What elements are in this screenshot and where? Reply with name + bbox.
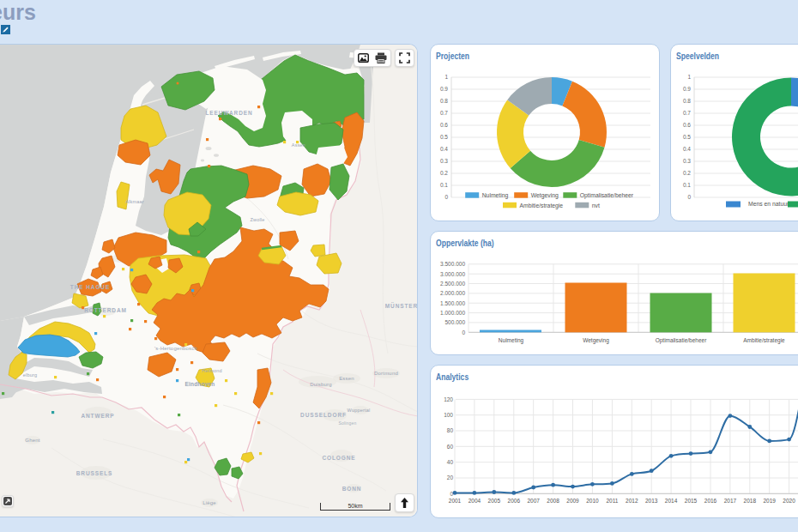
svg-text:0.6: 0.6	[683, 122, 691, 128]
svg-text:0.3: 0.3	[440, 158, 448, 164]
svg-text:2009: 2009	[566, 498, 579, 504]
svg-text:Ghent: Ghent	[25, 438, 39, 443]
svg-text:2020: 2020	[783, 498, 795, 504]
svg-text:Liège: Liège	[203, 500, 216, 505]
svg-text:Essen: Essen	[339, 376, 354, 381]
svg-text:120: 120	[444, 396, 453, 402]
svg-text:0: 0	[444, 194, 448, 200]
svg-text:60: 60	[447, 444, 454, 450]
svg-text:0.9: 0.9	[683, 86, 691, 92]
svg-text:2017: 2017	[724, 498, 737, 504]
svg-text:0.7: 0.7	[683, 110, 691, 116]
svg-text:40: 40	[447, 459, 454, 465]
svg-text:2008: 2008	[547, 498, 559, 504]
svg-text:ANTWERP: ANTWERP	[81, 413, 114, 419]
svg-text:Wuppertal: Wuppertal	[348, 408, 371, 413]
svg-text:2012: 2012	[626, 498, 638, 504]
svg-text:0.2: 0.2	[440, 170, 448, 176]
svg-text:2.000.000: 2.000.000	[440, 290, 465, 296]
svg-text:2007: 2007	[527, 498, 540, 504]
svg-text:Solingen: Solingen	[338, 420, 356, 426]
svg-text:3.000.000: 3.000.000	[440, 271, 465, 277]
svg-text:0.2: 0.2	[683, 170, 691, 176]
svg-text:3.500.000: 3.500.000	[440, 261, 465, 267]
svg-text:2006: 2006	[508, 498, 521, 504]
svg-text:LEEUWARDEN: LEEUWARDEN	[205, 110, 252, 116]
svg-text:0.8: 0.8	[440, 98, 448, 104]
svg-text:1.500.000: 1.500.000	[440, 300, 465, 306]
svg-text:2014: 2014	[665, 498, 678, 504]
svg-text:0.8: 0.8	[683, 98, 691, 104]
svg-text:nvt: nvt	[592, 203, 600, 209]
svg-text:2015: 2015	[685, 498, 698, 504]
svg-text:0.5: 0.5	[683, 134, 691, 140]
svg-text:THE HAGUE: THE HAGUE	[70, 284, 110, 290]
svg-text:0.5: 0.5	[440, 134, 448, 140]
svg-text:COLOGNE: COLOGNE	[322, 455, 355, 461]
svg-text:80: 80	[447, 427, 454, 433]
svg-text:Dortmund: Dortmund	[374, 371, 398, 376]
svg-text:Nulmeting: Nulmeting	[499, 337, 524, 344]
svg-text:100: 100	[444, 412, 453, 418]
svg-text:500.000: 500.000	[445, 319, 466, 325]
svg-text:0.3: 0.3	[683, 158, 691, 164]
svg-text:2011: 2011	[606, 498, 618, 504]
svg-text:Ambitie/strategie: Ambitie/strategie	[743, 337, 785, 344]
svg-text:1: 1	[444, 74, 448, 80]
svg-text:Mens en natuur: Mens en natuur	[748, 201, 789, 207]
svg-text:Optimalisatie/beheer: Optimalisatie/beheer	[656, 337, 707, 344]
svg-text:20: 20	[447, 475, 454, 481]
svg-text:2005: 2005	[488, 498, 501, 504]
svg-text:Helmond: Helmond	[202, 368, 221, 373]
svg-text:elburg: elburg	[23, 372, 38, 378]
svg-text:1: 1	[687, 74, 691, 80]
svg-text:0.7: 0.7	[440, 110, 448, 116]
svg-text:1.000.000: 1.000.000	[440, 310, 465, 316]
svg-text:2001: 2001	[449, 498, 462, 504]
svg-text:0.1: 0.1	[683, 182, 691, 188]
svg-text:Optimalisatie/beheer: Optimalisatie/beheer	[580, 192, 634, 199]
svg-text:Eindhoven: Eindhoven	[184, 381, 215, 387]
svg-text:BRUSSELS: BRUSSELS	[76, 470, 113, 476]
svg-text:MÜNSTER: MÜNSTER	[385, 302, 418, 309]
svg-text:0.6: 0.6	[440, 122, 448, 128]
svg-text:Zwolle: Zwolle	[250, 217, 264, 222]
svg-text:DUSSELDORF: DUSSELDORF	[300, 412, 347, 418]
svg-text:2016: 2016	[704, 498, 717, 504]
svg-text:Ambitie/strategie: Ambitie/strategie	[520, 203, 564, 209]
svg-text:2019: 2019	[763, 498, 776, 504]
svg-text:0.4: 0.4	[440, 146, 448, 152]
svg-text:Nulmeting: Nulmeting	[482, 192, 509, 199]
svg-text:2004: 2004	[469, 498, 481, 504]
svg-text:0.9: 0.9	[440, 86, 448, 92]
svg-text:ROTTERDAM: ROTTERDAM	[84, 307, 127, 313]
svg-text:Wetgeving: Wetgeving	[583, 337, 609, 344]
svg-text:0.4: 0.4	[683, 146, 691, 152]
svg-text:2013: 2013	[645, 498, 658, 504]
svg-text:'s-Hertogenbosch: 's-Hertogenbosch	[154, 346, 197, 351]
svg-text:Assen: Assen	[292, 142, 305, 148]
svg-text:2010: 2010	[586, 498, 599, 504]
svg-text:Wetgeving: Wetgeving	[531, 192, 559, 199]
svg-text:Duisburg: Duisburg	[310, 382, 332, 387]
svg-text:0.1: 0.1	[440, 182, 448, 188]
svg-text:BONN: BONN	[342, 486, 362, 492]
svg-text:2018: 2018	[744, 498, 757, 504]
svg-text:0: 0	[462, 329, 465, 336]
svg-text:Alkmaar: Alkmaar	[125, 199, 144, 204]
svg-text:2.500.000: 2.500.000	[440, 281, 465, 287]
svg-text:0: 0	[687, 194, 691, 200]
